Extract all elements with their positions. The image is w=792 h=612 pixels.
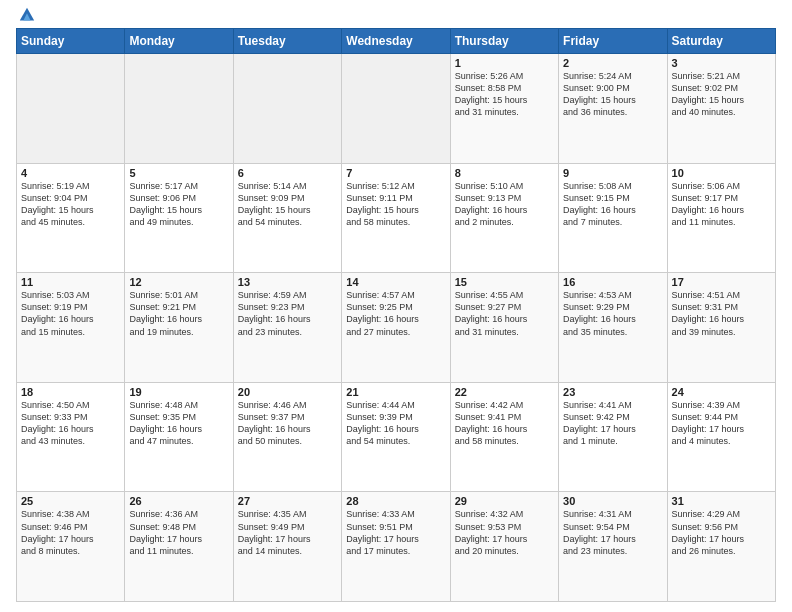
calendar-header-friday: Friday xyxy=(559,29,667,54)
calendar-header-wednesday: Wednesday xyxy=(342,29,450,54)
day-number: 23 xyxy=(563,386,662,398)
calendar-cell-w1d1: 5Sunrise: 5:17 AMSunset: 9:06 PMDaylight… xyxy=(125,163,233,273)
day-number: 28 xyxy=(346,495,445,507)
day-number: 14 xyxy=(346,276,445,288)
day-number: 12 xyxy=(129,276,228,288)
day-number: 17 xyxy=(672,276,771,288)
day-info: Sunrise: 5:14 AMSunset: 9:09 PMDaylight:… xyxy=(238,180,337,229)
calendar-header-sunday: Sunday xyxy=(17,29,125,54)
calendar-cell-w3d5: 23Sunrise: 4:41 AMSunset: 9:42 PMDayligh… xyxy=(559,382,667,492)
day-info: Sunrise: 4:55 AMSunset: 9:27 PMDaylight:… xyxy=(455,289,554,338)
day-info: Sunrise: 4:46 AMSunset: 9:37 PMDaylight:… xyxy=(238,399,337,448)
calendar-cell-w2d6: 17Sunrise: 4:51 AMSunset: 9:31 PMDayligh… xyxy=(667,273,775,383)
calendar-cell-w2d5: 16Sunrise: 4:53 AMSunset: 9:29 PMDayligh… xyxy=(559,273,667,383)
day-info: Sunrise: 5:06 AMSunset: 9:17 PMDaylight:… xyxy=(672,180,771,229)
day-info: Sunrise: 4:33 AMSunset: 9:51 PMDaylight:… xyxy=(346,508,445,557)
day-number: 25 xyxy=(21,495,120,507)
day-number: 9 xyxy=(563,167,662,179)
day-info: Sunrise: 4:48 AMSunset: 9:35 PMDaylight:… xyxy=(129,399,228,448)
calendar-cell-w4d0: 25Sunrise: 4:38 AMSunset: 9:46 PMDayligh… xyxy=(17,492,125,602)
calendar-cell-w0d5: 2Sunrise: 5:24 AMSunset: 9:00 PMDaylight… xyxy=(559,54,667,164)
calendar-cell-w3d2: 20Sunrise: 4:46 AMSunset: 9:37 PMDayligh… xyxy=(233,382,341,492)
day-number: 1 xyxy=(455,57,554,69)
day-info: Sunrise: 5:17 AMSunset: 9:06 PMDaylight:… xyxy=(129,180,228,229)
calendar-cell-w1d0: 4Sunrise: 5:19 AMSunset: 9:04 PMDaylight… xyxy=(17,163,125,273)
day-number: 4 xyxy=(21,167,120,179)
calendar-cell-w0d1 xyxy=(125,54,233,164)
day-info: Sunrise: 5:19 AMSunset: 9:04 PMDaylight:… xyxy=(21,180,120,229)
logo xyxy=(16,10,36,24)
day-info: Sunrise: 4:31 AMSunset: 9:54 PMDaylight:… xyxy=(563,508,662,557)
day-info: Sunrise: 4:44 AMSunset: 9:39 PMDaylight:… xyxy=(346,399,445,448)
calendar-cell-w3d6: 24Sunrise: 4:39 AMSunset: 9:44 PMDayligh… xyxy=(667,382,775,492)
day-number: 13 xyxy=(238,276,337,288)
day-info: Sunrise: 4:42 AMSunset: 9:41 PMDaylight:… xyxy=(455,399,554,448)
calendar-cell-w4d4: 29Sunrise: 4:32 AMSunset: 9:53 PMDayligh… xyxy=(450,492,558,602)
day-number: 2 xyxy=(563,57,662,69)
day-number: 18 xyxy=(21,386,120,398)
day-number: 21 xyxy=(346,386,445,398)
day-info: Sunrise: 4:50 AMSunset: 9:33 PMDaylight:… xyxy=(21,399,120,448)
calendar-cell-w1d6: 10Sunrise: 5:06 AMSunset: 9:17 PMDayligh… xyxy=(667,163,775,273)
day-number: 6 xyxy=(238,167,337,179)
calendar-week-4: 25Sunrise: 4:38 AMSunset: 9:46 PMDayligh… xyxy=(17,492,776,602)
day-info: Sunrise: 4:39 AMSunset: 9:44 PMDaylight:… xyxy=(672,399,771,448)
calendar-table: SundayMondayTuesdayWednesdayThursdayFrid… xyxy=(16,28,776,602)
calendar-header-monday: Monday xyxy=(125,29,233,54)
day-number: 20 xyxy=(238,386,337,398)
day-number: 30 xyxy=(563,495,662,507)
calendar-week-0: 1Sunrise: 5:26 AMSunset: 8:58 PMDaylight… xyxy=(17,54,776,164)
calendar-cell-w3d1: 19Sunrise: 4:48 AMSunset: 9:35 PMDayligh… xyxy=(125,382,233,492)
day-number: 19 xyxy=(129,386,228,398)
calendar-header-row: SundayMondayTuesdayWednesdayThursdayFrid… xyxy=(17,29,776,54)
day-info: Sunrise: 4:57 AMSunset: 9:25 PMDaylight:… xyxy=(346,289,445,338)
calendar-week-3: 18Sunrise: 4:50 AMSunset: 9:33 PMDayligh… xyxy=(17,382,776,492)
calendar-cell-w0d6: 3Sunrise: 5:21 AMSunset: 9:02 PMDaylight… xyxy=(667,54,775,164)
day-number: 16 xyxy=(563,276,662,288)
logo-icon xyxy=(18,6,36,24)
calendar-cell-w2d0: 11Sunrise: 5:03 AMSunset: 9:19 PMDayligh… xyxy=(17,273,125,383)
calendar-header-tuesday: Tuesday xyxy=(233,29,341,54)
calendar-cell-w2d3: 14Sunrise: 4:57 AMSunset: 9:25 PMDayligh… xyxy=(342,273,450,383)
day-number: 29 xyxy=(455,495,554,507)
day-number: 8 xyxy=(455,167,554,179)
calendar-cell-w1d2: 6Sunrise: 5:14 AMSunset: 9:09 PMDaylight… xyxy=(233,163,341,273)
calendar-cell-w2d1: 12Sunrise: 5:01 AMSunset: 9:21 PMDayligh… xyxy=(125,273,233,383)
day-number: 31 xyxy=(672,495,771,507)
calendar-cell-w4d5: 30Sunrise: 4:31 AMSunset: 9:54 PMDayligh… xyxy=(559,492,667,602)
day-number: 7 xyxy=(346,167,445,179)
calendar-header-thursday: Thursday xyxy=(450,29,558,54)
day-info: Sunrise: 4:59 AMSunset: 9:23 PMDaylight:… xyxy=(238,289,337,338)
calendar-cell-w2d4: 15Sunrise: 4:55 AMSunset: 9:27 PMDayligh… xyxy=(450,273,558,383)
page: SundayMondayTuesdayWednesdayThursdayFrid… xyxy=(0,0,792,612)
day-number: 11 xyxy=(21,276,120,288)
day-info: Sunrise: 4:51 AMSunset: 9:31 PMDaylight:… xyxy=(672,289,771,338)
calendar-header-saturday: Saturday xyxy=(667,29,775,54)
calendar-cell-w4d3: 28Sunrise: 4:33 AMSunset: 9:51 PMDayligh… xyxy=(342,492,450,602)
day-info: Sunrise: 4:32 AMSunset: 9:53 PMDaylight:… xyxy=(455,508,554,557)
day-info: Sunrise: 5:24 AMSunset: 9:00 PMDaylight:… xyxy=(563,70,662,119)
calendar-cell-w0d3 xyxy=(342,54,450,164)
calendar-cell-w0d2 xyxy=(233,54,341,164)
day-info: Sunrise: 5:12 AMSunset: 9:11 PMDaylight:… xyxy=(346,180,445,229)
day-info: Sunrise: 5:26 AMSunset: 8:58 PMDaylight:… xyxy=(455,70,554,119)
day-number: 26 xyxy=(129,495,228,507)
day-info: Sunrise: 4:35 AMSunset: 9:49 PMDaylight:… xyxy=(238,508,337,557)
calendar-cell-w0d0 xyxy=(17,54,125,164)
calendar-week-2: 11Sunrise: 5:03 AMSunset: 9:19 PMDayligh… xyxy=(17,273,776,383)
calendar-cell-w1d3: 7Sunrise: 5:12 AMSunset: 9:11 PMDaylight… xyxy=(342,163,450,273)
calendar-cell-w2d2: 13Sunrise: 4:59 AMSunset: 9:23 PMDayligh… xyxy=(233,273,341,383)
calendar-cell-w1d4: 8Sunrise: 5:10 AMSunset: 9:13 PMDaylight… xyxy=(450,163,558,273)
calendar-cell-w4d1: 26Sunrise: 4:36 AMSunset: 9:48 PMDayligh… xyxy=(125,492,233,602)
day-number: 24 xyxy=(672,386,771,398)
day-number: 10 xyxy=(672,167,771,179)
day-number: 27 xyxy=(238,495,337,507)
day-info: Sunrise: 5:01 AMSunset: 9:21 PMDaylight:… xyxy=(129,289,228,338)
day-info: Sunrise: 4:41 AMSunset: 9:42 PMDaylight:… xyxy=(563,399,662,448)
day-info: Sunrise: 5:08 AMSunset: 9:15 PMDaylight:… xyxy=(563,180,662,229)
day-number: 15 xyxy=(455,276,554,288)
calendar-week-1: 4Sunrise: 5:19 AMSunset: 9:04 PMDaylight… xyxy=(17,163,776,273)
day-info: Sunrise: 4:36 AMSunset: 9:48 PMDaylight:… xyxy=(129,508,228,557)
day-number: 5 xyxy=(129,167,228,179)
calendar-cell-w4d6: 31Sunrise: 4:29 AMSunset: 9:56 PMDayligh… xyxy=(667,492,775,602)
